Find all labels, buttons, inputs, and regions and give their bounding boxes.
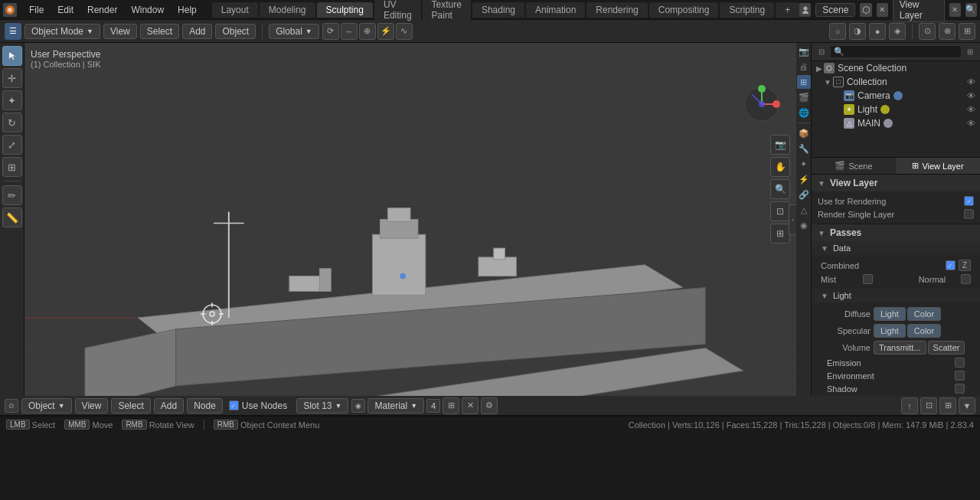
- object-btn[interactable]: Object: [215, 24, 256, 39]
- node-editor-icon[interactable]: ⊙: [5, 399, 18, 413]
- tab-uv-editing[interactable]: UV Editing: [374, 0, 421, 23]
- outliner-search[interactable]: 🔍: [830, 45, 962, 58]
- prop-physics-icon[interactable]: ⚡: [797, 172, 811, 186]
- scene-dropdown[interactable]: Scene: [815, 3, 855, 17]
- material-icon[interactable]: ◉: [351, 399, 365, 413]
- scene-icon[interactable]: ⬡: [860, 3, 871, 17]
- viewport-shading1[interactable]: ○: [829, 23, 846, 40]
- select-btn[interactable]: Select: [140, 24, 179, 39]
- transmit-btn[interactable]: Transmitt...: [874, 341, 926, 355]
- vp-hand-btn[interactable]: ✋: [770, 157, 790, 177]
- prop-constraints-icon[interactable]: 🔗: [797, 188, 811, 201]
- prop-viewlayer-icon[interactable]: ⊞: [797, 75, 811, 89]
- environment-checkbox[interactable]: [955, 371, 965, 381]
- shadow-checkbox[interactable]: [955, 384, 965, 394]
- outliner-light[interactable]: ☀ Light 👁: [812, 103, 980, 116]
- view-btn[interactable]: View: [103, 24, 137, 39]
- data-sub-header[interactable]: ▼ Data: [812, 241, 980, 255]
- node-view-btn[interactable]: View: [75, 398, 109, 413]
- render-single-checkbox[interactable]: [964, 209, 974, 219]
- combined-checkbox[interactable]: ✓: [946, 260, 956, 270]
- material-dropdown[interactable]: Material ▼: [368, 398, 424, 413]
- diffuse-light-btn[interactable]: Light: [874, 307, 906, 321]
- menu-window[interactable]: Window: [125, 3, 170, 17]
- collection-eye[interactable]: 👁: [967, 77, 975, 87]
- material-extra-btn[interactable]: ⚙: [481, 397, 498, 414]
- sv-tab-viewlayer[interactable]: ⊞ View Layer: [896, 158, 980, 174]
- gizmo-icon[interactable]: ⊗: [939, 23, 956, 40]
- prop-output-icon[interactable]: 🖨: [797, 60, 811, 74]
- transform-icon5[interactable]: ∿: [396, 23, 413, 40]
- outliner-collection[interactable]: ▼ □ Collection 👁: [812, 75, 980, 89]
- menu-help[interactable]: Help: [172, 3, 203, 17]
- tab-layout[interactable]: Layout: [212, 2, 258, 18]
- transform-icon3[interactable]: ⊕: [359, 23, 376, 40]
- prop-modifier-icon[interactable]: 🔧: [797, 142, 811, 155]
- emission-checkbox[interactable]: [955, 358, 965, 368]
- tab-rendering[interactable]: Rendering: [586, 2, 647, 18]
- menu-file[interactable]: File: [23, 3, 50, 17]
- transform-icon2[interactable]: ↔: [341, 23, 358, 40]
- node-layout[interactable]: ⊞: [939, 397, 956, 414]
- node-add-btn[interactable]: Add: [154, 398, 184, 413]
- transform-dropdown[interactable]: Global ▼: [269, 24, 319, 39]
- add-btn[interactable]: Add: [182, 24, 212, 39]
- tool-scale[interactable]: ⤢: [2, 135, 22, 155]
- tab-scripting[interactable]: Scripting: [720, 2, 774, 18]
- overlay-icon[interactable]: ⊙: [919, 23, 936, 40]
- snap-icon[interactable]: ⊞: [959, 23, 975, 40]
- scatter-btn[interactable]: Scatter: [928, 341, 965, 355]
- tool-move[interactable]: ✦: [2, 90, 22, 110]
- prop-object-icon[interactable]: 📦: [797, 126, 811, 140]
- tab-shading[interactable]: Shading: [472, 2, 524, 18]
- viewport[interactable]: User Perspective (1) Collection | SIK: [24, 43, 796, 396]
- mist-checkbox[interactable]: [863, 274, 873, 284]
- tab-sculpting[interactable]: Sculpting: [317, 2, 373, 18]
- use-nodes-checkbox[interactable]: ✓: [229, 400, 239, 410]
- normal-checkbox[interactable]: [961, 274, 971, 284]
- sv-tab-scene[interactable]: 🎬 Scene: [812, 158, 896, 174]
- node-mode-dropdown[interactable]: Object ▼: [21, 398, 72, 413]
- tab-texture-paint[interactable]: Texture Paint: [423, 0, 471, 23]
- specular-light-btn[interactable]: Light: [874, 324, 906, 338]
- material-copy-btn[interactable]: ⊞: [443, 397, 459, 414]
- user-icon[interactable]: [799, 3, 811, 17]
- node-settings[interactable]: ▼: [959, 397, 975, 414]
- node-zoom-in[interactable]: ↑: [901, 397, 918, 414]
- tab-compositing[interactable]: Compositing: [649, 2, 719, 18]
- prop-world-icon[interactable]: 🌐: [797, 106, 811, 119]
- mode-dropdown[interactable]: Object Mode ▼: [24, 24, 100, 39]
- passes-header[interactable]: ▼ Passes: [812, 224, 980, 241]
- transform-icon4[interactable]: ⚡: [377, 23, 394, 40]
- prop-particles-icon[interactable]: ✦: [797, 157, 811, 171]
- prop-scene-icon[interactable]: 🎬: [797, 90, 811, 104]
- outliner-sort-icon[interactable]: ⊞: [965, 47, 975, 57]
- diffuse-color-btn[interactable]: Color: [907, 307, 941, 321]
- light-eye[interactable]: 👁: [967, 105, 975, 114]
- viewport-shading2[interactable]: ◑: [849, 23, 866, 40]
- prop-data-icon[interactable]: △: [797, 203, 811, 217]
- axes-gizmo[interactable]: [743, 85, 781, 123]
- panel-collapse-btn[interactable]: ‹: [789, 204, 796, 235]
- viewport-shading3[interactable]: ●: [869, 23, 886, 40]
- vp-camera-btn[interactable]: 📷: [770, 135, 790, 155]
- outliner-main[interactable]: △ MAIN 👁: [812, 116, 980, 130]
- vp-frame-btn[interactable]: ⊡: [770, 201, 790, 221]
- tool-select[interactable]: [2, 46, 22, 66]
- tool-transform[interactable]: ⊞: [2, 157, 22, 177]
- tool-measure[interactable]: 📏: [2, 208, 22, 227]
- outliner-camera[interactable]: 📷 Camera 👁: [812, 89, 980, 103]
- tool-annotate[interactable]: ✏: [2, 185, 22, 205]
- vp-grid-btn[interactable]: ⊞: [770, 224, 790, 243]
- node-zoom-fit[interactable]: ⊡: [920, 397, 937, 414]
- outliner-scene-collection[interactable]: ▶ ⬡ Scene Collection: [812, 61, 980, 75]
- viewport-shading4[interactable]: ◈: [889, 23, 906, 40]
- menu-edit[interactable]: Edit: [51, 3, 80, 17]
- main-eye[interactable]: 👁: [967, 119, 975, 128]
- camera-eye[interactable]: 👁: [967, 91, 975, 100]
- tool-cursor[interactable]: ✛: [2, 68, 22, 88]
- outliner-filter-icon[interactable]: ⊟: [816, 47, 827, 57]
- view-layer-dropdown[interactable]: View Layer: [893, 0, 945, 22]
- material-close-btn[interactable]: ✕: [462, 397, 479, 414]
- transform-icon1[interactable]: ⟳: [322, 23, 339, 40]
